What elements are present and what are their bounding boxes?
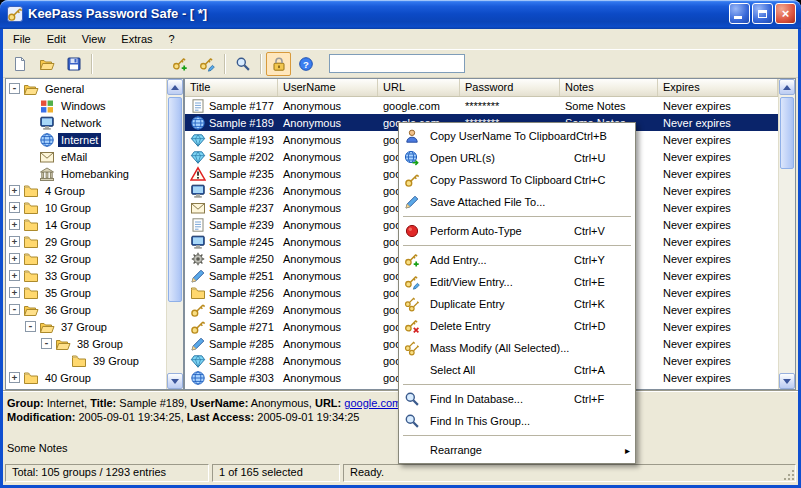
menubar-item-help[interactable]: ? <box>161 30 183 48</box>
tree-expander[interactable]: + <box>9 372 20 383</box>
folder-icon <box>23 251 39 267</box>
info-text: Anonymous, <box>248 397 315 409</box>
help-contents-button[interactable] <box>293 52 318 76</box>
tree-expander[interactable]: + <box>9 270 20 281</box>
status-selection: 1 of 165 selected <box>212 464 340 482</box>
context-menu-item-select-all[interactable]: Select AllCtrl+A <box>401 359 633 381</box>
tree-scroll-up-button[interactable] <box>167 79 183 95</box>
tree-item-14-group[interactable]: +14 Group <box>6 216 166 233</box>
titlebar[interactable]: KeePass Password Safe - [ *] × <box>0 0 801 29</box>
folder-open-icon <box>23 81 39 97</box>
context-menu-item-find-in-database[interactable]: Find In Database...Ctrl+F <box>401 388 633 410</box>
tree-expander[interactable]: - <box>41 338 52 349</box>
tree-expander[interactable]: - <box>9 304 20 315</box>
tree-item-36-group[interactable]: -36 Group <box>6 301 166 318</box>
context-menu-item-find-in-this-group[interactable]: Find In This Group... <box>401 410 633 432</box>
tree-item-39-group[interactable]: 39 Group <box>6 352 166 369</box>
cell-username: Anonymous <box>278 284 378 301</box>
tree-expander[interactable]: + <box>9 287 20 298</box>
info-url-link[interactable]: google.com <box>344 397 401 409</box>
list-scroll-up-button[interactable] <box>779 79 795 95</box>
context-menu-item-perform-auto-type[interactable]: Perform Auto-TypeCtrl+V <box>401 220 633 242</box>
menubar-item-extras[interactable]: Extras <box>113 30 160 48</box>
cell-username: Anonymous <box>278 335 378 352</box>
tree-item-label: eMail <box>58 150 90 164</box>
tree-item-internet[interactable]: Internet <box>6 131 166 148</box>
tree-scroll-thumb[interactable] <box>168 97 182 302</box>
tree-item-37-group[interactable]: -37 Group <box>6 318 166 335</box>
tree-expander[interactable]: - <box>9 83 20 94</box>
new-database-button[interactable] <box>7 52 32 76</box>
column-header-expires[interactable]: Expires <box>658 79 778 96</box>
entry-icon <box>190 217 206 233</box>
copy-password-to-clipboard-icon <box>404 172 422 188</box>
tree-scrollbar[interactable] <box>166 79 183 389</box>
cell-title: Sample #193 <box>185 131 278 148</box>
tree-expander[interactable]: + <box>9 253 20 264</box>
context-menu-item-delete-entry[interactable]: Delete EntryCtrl+D <box>401 315 633 337</box>
menubar-item-view[interactable]: View <box>74 30 114 48</box>
maximize-button[interactable] <box>752 3 773 24</box>
tree-item-29-group[interactable]: +29 Group <box>6 233 166 250</box>
tree-item-general[interactable]: -General <box>6 80 166 97</box>
menubar-item-file[interactable]: File <box>5 30 39 48</box>
context-menu-item-copy-username-to-clipboard[interactable]: Copy UserName To ClipboardCtrl+B <box>401 125 633 147</box>
open-database-button[interactable] <box>34 52 59 76</box>
tree-item-4-group[interactable]: +4 Group <box>6 182 166 199</box>
tree-item-40-group[interactable]: +40 Group <box>6 369 166 386</box>
list-scroll-thumb[interactable] <box>780 97 794 169</box>
tree-item-10-group[interactable]: +10 Group <box>6 199 166 216</box>
context-menu-item-duplicate-entry[interactable]: Duplicate EntryCtrl+K <box>401 293 633 315</box>
tree-scroll-down-button[interactable] <box>167 373 183 389</box>
folder-icon <box>23 370 39 386</box>
list-scroll-down-button[interactable] <box>779 373 795 389</box>
tree-expander[interactable]: + <box>9 202 20 213</box>
context-menu-item-open-url-s[interactable]: Open URL(s)Ctrl+U <box>401 147 633 169</box>
cell-expires: Never expires <box>658 165 778 182</box>
context-menu-item-add-entry[interactable]: Add Entry...Ctrl+Y <box>401 249 633 271</box>
tree-item-38-group[interactable]: -38 Group <box>6 335 166 352</box>
close-button[interactable]: × <box>775 3 796 24</box>
column-header-url[interactable]: URL <box>378 79 460 96</box>
lock-workspace-button[interactable] <box>266 52 291 76</box>
add-entry-button[interactable] <box>167 52 192 76</box>
tree-item-35-group[interactable]: +35 Group <box>6 284 166 301</box>
tree-item-windows[interactable]: Windows <box>6 97 166 114</box>
tree-expander[interactable]: + <box>9 185 20 196</box>
table-row[interactable]: Sample #177Anonymousgoogle.com********So… <box>185 97 778 114</box>
tree-expander[interactable]: - <box>25 321 36 332</box>
minimize-button[interactable] <box>729 3 750 24</box>
column-header-username[interactable]: UserName <box>278 79 378 96</box>
maximize-icon <box>758 10 767 18</box>
find-in-database-button[interactable] <box>230 52 255 76</box>
resize-grip[interactable] <box>784 470 794 480</box>
column-header-password[interactable]: Password <box>460 79 560 96</box>
tree-expander[interactable]: + <box>9 236 20 247</box>
tree-item-email[interactable]: eMail <box>6 148 166 165</box>
entry-list-scrollbar[interactable] <box>778 79 795 389</box>
quick-search-input[interactable] <box>329 54 465 73</box>
cell-username: Anonymous <box>278 97 378 114</box>
info-text: Internet, <box>44 397 90 409</box>
cell-title: Sample #256 <box>185 284 278 301</box>
tree-item-label: Homebanking <box>58 167 132 181</box>
tree-item-33-group[interactable]: +33 Group <box>6 267 166 284</box>
context-menu-item-copy-password-to-clipboard[interactable]: Copy Password To ClipboardCtrl+C <box>401 169 633 191</box>
minimize-icon <box>734 16 742 19</box>
context-menu-item-save-attached-file-to[interactable]: Save Attached File To... <box>401 191 633 213</box>
tree-item-label: Windows <box>58 99 109 113</box>
tree-item-homebanking[interactable]: Homebanking <box>6 165 166 182</box>
cell-url: google.com <box>378 97 460 114</box>
context-menu-item-edit-view-entry[interactable]: Edit/View Entry...Ctrl+E <box>401 271 633 293</box>
tree-item-32-group[interactable]: +32 Group <box>6 250 166 267</box>
context-menu-item-mass-modify-all-selected[interactable]: Mass Modify (All Selected)... <box>401 337 633 359</box>
menubar-item-edit[interactable]: Edit <box>39 30 74 48</box>
column-header-title[interactable]: Title <box>185 79 278 96</box>
edit-entry-button[interactable] <box>194 52 219 76</box>
tree-item-network[interactable]: Network <box>6 114 166 131</box>
save-database-button[interactable] <box>61 52 86 76</box>
tree-expander[interactable]: + <box>9 219 20 230</box>
context-menu-item-rearrange[interactable]: Rearrange▸ <box>401 439 633 461</box>
tree-indent <box>25 151 36 162</box>
column-header-notes[interactable]: Notes <box>560 79 658 96</box>
